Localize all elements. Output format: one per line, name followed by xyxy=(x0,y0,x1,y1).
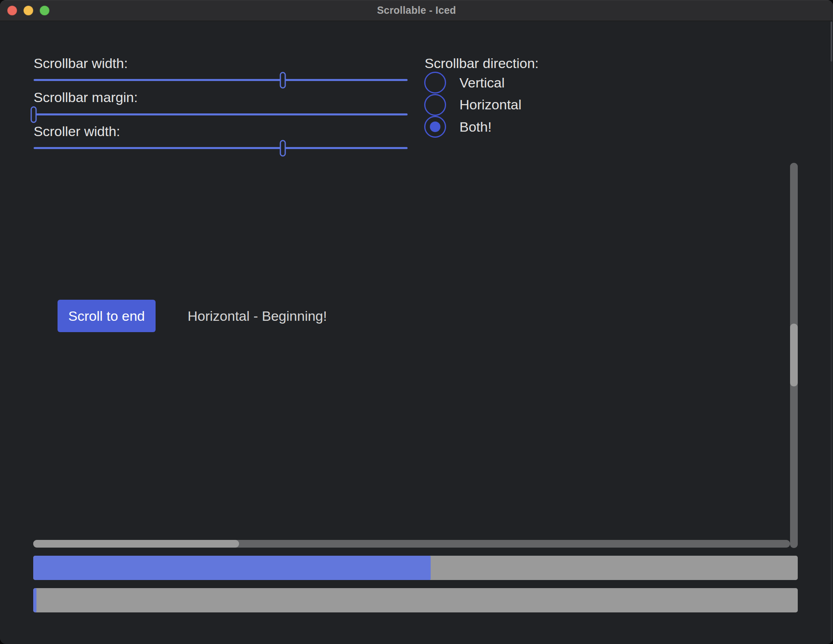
vertical-progress-fill xyxy=(33,588,36,612)
radio-horizontal-label: Horizontal xyxy=(459,97,521,113)
radio-both[interactable]: Both! xyxy=(424,116,521,138)
radio-circle-icon[interactable] xyxy=(424,94,446,116)
scrollbar-direction-label: Scrollbar direction: xyxy=(425,55,539,71)
radio-dot-icon xyxy=(430,122,440,132)
vertical-progress-bar xyxy=(33,588,798,612)
minimize-button-icon[interactable] xyxy=(23,6,33,15)
scroll-to-end-button[interactable]: Scroll to end xyxy=(58,300,156,332)
titlebar: Scrollable - Iced xyxy=(0,0,833,21)
scroller-width-slider-handle[interactable] xyxy=(280,140,286,156)
horizontal-scrollbar-thumb[interactable] xyxy=(33,540,239,548)
scrollbar-margin-slider[interactable] xyxy=(34,113,408,115)
window-title: Scrollable - Iced xyxy=(377,4,456,16)
radio-circle-icon[interactable] xyxy=(424,72,446,94)
scrollbar-direction-group: Vertical Horizontal Both! xyxy=(424,72,521,138)
scrollbar-margin-label: Scrollbar margin: xyxy=(34,89,138,105)
traffic-lights xyxy=(7,6,49,15)
vertical-scrollbar-track[interactable] xyxy=(790,163,798,548)
screen: Scrollable - Iced Scrollbar width: Scrol… xyxy=(0,0,833,644)
radio-vertical[interactable]: Vertical xyxy=(424,72,521,94)
scroll-status-text: Horizontal - Beginning! xyxy=(188,300,327,332)
scrollbar-margin-slider-handle[interactable] xyxy=(31,106,37,123)
radio-horizontal[interactable]: Horizontal xyxy=(424,94,521,116)
radio-vertical-label: Vertical xyxy=(459,75,505,91)
zoom-button-icon[interactable] xyxy=(40,6,49,15)
scrollbar-width-label: Scrollbar width: xyxy=(34,55,128,71)
horizontal-scrollbar-track[interactable] xyxy=(33,540,790,548)
close-button-icon[interactable] xyxy=(7,6,17,15)
window-edge-scrollbar-track[interactable] xyxy=(831,21,832,641)
scrollbar-width-slider-handle[interactable] xyxy=(280,72,286,88)
app-window: Scrollable - Iced Scrollbar width: Scrol… xyxy=(0,0,833,644)
vertical-scrollbar-thumb[interactable] xyxy=(790,324,798,386)
window-edge-scrollbar-thumb[interactable] xyxy=(831,21,832,62)
radio-both-label: Both! xyxy=(459,119,491,135)
scroller-width-label: Scroller width: xyxy=(34,123,120,139)
radio-circle-icon[interactable] xyxy=(424,116,446,138)
horizontal-progress-bar xyxy=(33,556,798,580)
horizontal-progress-fill xyxy=(33,556,431,580)
scroller-width-slider[interactable] xyxy=(34,147,408,149)
scrollbar-width-slider[interactable] xyxy=(34,79,408,81)
